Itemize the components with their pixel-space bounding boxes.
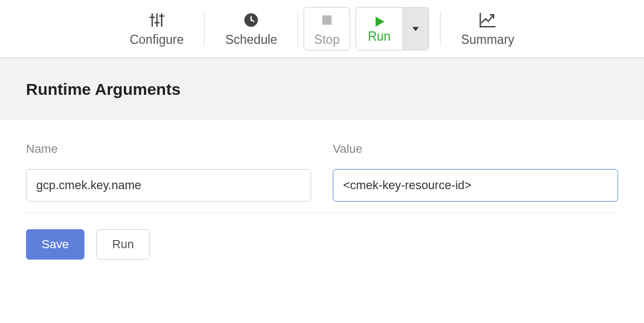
argument-name-input[interactable]	[26, 169, 311, 202]
schedule-label: Schedule	[225, 33, 277, 47]
argument-value-input[interactable]	[333, 169, 618, 202]
svg-marker-11	[413, 27, 419, 31]
summary-label: Summary	[461, 33, 514, 47]
section-title: Runtime Arguments	[26, 80, 618, 99]
section-header: Runtime Arguments	[0, 59, 644, 120]
configure-label: Configure	[130, 33, 184, 47]
toolbar-separator	[204, 11, 205, 46]
run-dropdown-toggle[interactable]	[403, 8, 429, 50]
schedule-button[interactable]: Schedule	[210, 11, 292, 47]
name-column-label: Name	[26, 142, 311, 156]
name-column: Name	[26, 142, 311, 202]
svg-marker-10	[376, 16, 384, 27]
toolbar-separator	[440, 11, 441, 46]
argument-row: Name Value	[26, 142, 618, 202]
svg-rect-9	[322, 15, 331, 24]
clock-icon	[243, 11, 259, 29]
value-column: Value	[333, 142, 618, 202]
toolbar: Configure Schedule Stop R	[0, 0, 644, 59]
value-column-label: Value	[333, 142, 618, 156]
run-label: Run	[368, 29, 391, 44]
play-icon	[372, 14, 387, 29]
stop-label: Stop	[314, 33, 339, 47]
save-button[interactable]: Save	[26, 229, 84, 260]
chevron-down-icon	[410, 23, 421, 34]
run-button[interactable]: Run	[356, 8, 403, 50]
stop-button[interactable]: Stop	[304, 7, 350, 50]
run-button-group: Run	[356, 7, 429, 50]
run-form-button[interactable]: Run	[96, 229, 149, 260]
form-divider	[26, 212, 618, 213]
toolbar-separator	[298, 11, 298, 46]
stop-icon	[320, 11, 334, 29]
form-actions: Save Run	[26, 229, 618, 260]
configure-button[interactable]: Configure	[115, 11, 199, 47]
sliders-icon	[149, 11, 165, 29]
runtime-arguments-form: Name Value Save Run	[0, 120, 644, 270]
summary-button[interactable]: Summary	[446, 11, 529, 47]
chart-line-icon	[479, 11, 496, 29]
